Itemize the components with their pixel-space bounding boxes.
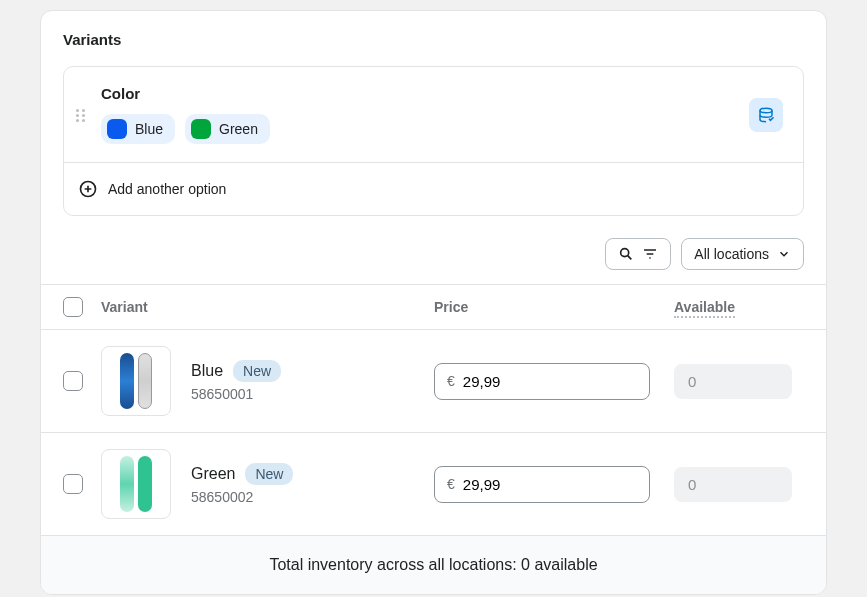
location-filter-button[interactable]: All locations [681, 238, 804, 270]
variants-table: Variant Price Available Blue New 5865000… [41, 284, 826, 594]
svg-point-0 [760, 108, 772, 113]
price-field[interactable] [463, 476, 637, 493]
variant-name: Green [191, 465, 235, 483]
search-icon [618, 246, 634, 262]
swatch-icon [107, 119, 127, 139]
drag-handle-icon[interactable] [76, 109, 85, 122]
option-values: Blue Green [101, 114, 735, 144]
section-title: Variants [41, 11, 826, 66]
variant-sku: 58650001 [191, 386, 281, 402]
row-checkbox[interactable] [63, 474, 83, 494]
currency-symbol: € [447, 476, 455, 492]
column-variant: Variant [101, 299, 434, 315]
options-panel: Color Blue Green [63, 66, 804, 216]
select-all-checkbox[interactable] [63, 297, 83, 317]
swatch-icon [191, 119, 211, 139]
location-filter-label: All locations [694, 246, 769, 262]
variant-name: Blue [191, 362, 223, 380]
plus-circle-icon [78, 179, 98, 199]
column-price: Price [434, 299, 674, 315]
variant-thumbnail[interactable] [101, 346, 171, 416]
add-option-label: Add another option [108, 181, 226, 197]
filter-icon [642, 246, 658, 262]
column-available: Available [674, 299, 804, 315]
option-row[interactable]: Color Blue Green [64, 67, 803, 162]
row-checkbox[interactable] [63, 371, 83, 391]
currency-symbol: € [447, 373, 455, 389]
value-chip-green[interactable]: Green [185, 114, 270, 144]
available-input[interactable]: 0 [674, 467, 792, 502]
status-badge: New [245, 463, 293, 485]
variant-sku: 58650002 [191, 489, 293, 505]
search-filter-button[interactable] [605, 238, 671, 270]
variant-thumbnail[interactable] [101, 449, 171, 519]
price-field[interactable] [463, 373, 637, 390]
table-row[interactable]: Green New 58650002 € 0 [41, 433, 826, 536]
available-input[interactable]: 0 [674, 364, 792, 399]
add-option-button[interactable]: Add another option [64, 162, 803, 215]
variants-toolbar: All locations [41, 216, 826, 284]
chevron-down-icon [777, 247, 791, 261]
value-chip-blue[interactable]: Blue [101, 114, 175, 144]
status-badge: New [233, 360, 281, 382]
svg-point-2 [621, 249, 629, 257]
value-label: Blue [135, 121, 163, 137]
price-input[interactable]: € [434, 363, 650, 400]
price-input[interactable]: € [434, 466, 650, 503]
value-label: Green [219, 121, 258, 137]
variants-card: Variants Color Blue Green [40, 10, 827, 595]
table-row[interactable]: Blue New 58650001 € 0 [41, 330, 826, 433]
metafield-icon[interactable] [749, 98, 783, 132]
option-name: Color [101, 85, 735, 102]
inventory-summary: Total inventory across all locations: 0 … [41, 536, 826, 594]
option-body: Color Blue Green [101, 85, 735, 144]
table-header: Variant Price Available [41, 285, 826, 330]
